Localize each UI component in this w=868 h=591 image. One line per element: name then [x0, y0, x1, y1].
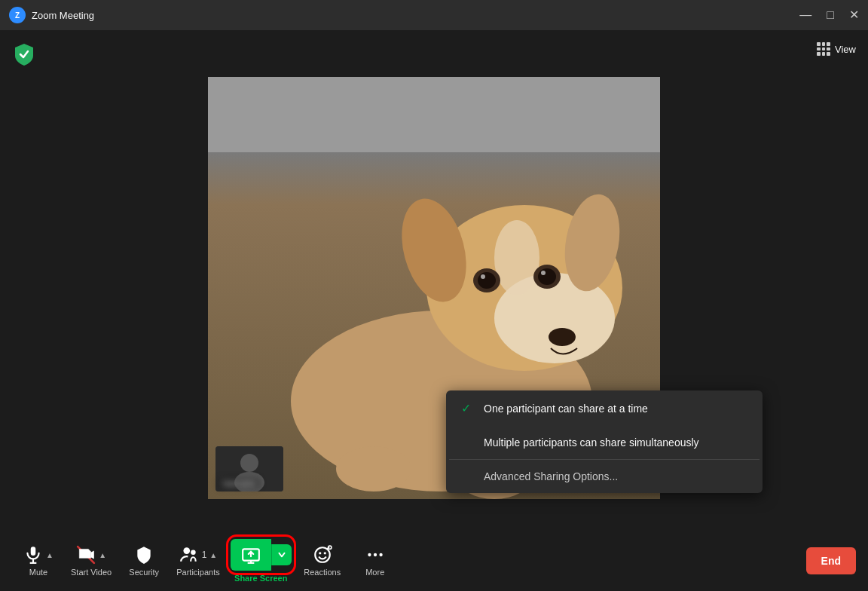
- svg-point-36: [379, 553, 382, 556]
- svg-point-25: [183, 547, 190, 554]
- window-controls: — □ ✕: [799, 9, 859, 21]
- zoom-logo-letter: Z: [15, 11, 20, 20]
- thumbnail-participant-name: Username: [219, 479, 259, 488]
- check-icon: ✓: [461, 401, 476, 415]
- one-participant-label: One participant can share at a time: [484, 403, 648, 415]
- one-participant-option[interactable]: ✓ One participant can share at a time: [446, 390, 763, 426]
- svg-point-31: [319, 552, 321, 554]
- reactions-button[interactable]: Reactions: [296, 534, 349, 587]
- reactions-label: Reactions: [304, 568, 341, 577]
- participants-label: Participants: [176, 568, 219, 577]
- minimize-button[interactable]: —: [799, 9, 811, 21]
- svg-point-34: [368, 553, 371, 556]
- grid-icon: [817, 42, 830, 56]
- svg-point-33: [328, 546, 331, 549]
- more-dots-icon: [365, 545, 385, 565]
- svg-point-6: [494, 220, 539, 296]
- video-off-icon: [76, 545, 96, 565]
- microphone-icon: [23, 545, 43, 565]
- security-label: Security: [129, 568, 159, 577]
- share-screen-main[interactable]: [231, 539, 271, 571]
- svg-rect-0: [208, 77, 660, 152]
- multiple-participants-option[interactable]: Multiple participants can share simultan…: [446, 426, 763, 459]
- mute-icon-area: ▲: [23, 545, 53, 565]
- video-caret[interactable]: ▲: [99, 551, 106, 559]
- zoom-logo: Z: [9, 7, 26, 23]
- share-context-menu: ✓ One participant can share at a time Mu…: [446, 390, 763, 493]
- advanced-sharing-option[interactable]: Advanced Sharing Options...: [446, 460, 763, 493]
- end-button[interactable]: End: [806, 547, 856, 574]
- share-caret-icon: [277, 550, 286, 559]
- main-area: View: [0, 30, 868, 561]
- share-screen-icon: [241, 545, 261, 565]
- share-screen-caret[interactable]: [271, 544, 292, 565]
- svg-point-15: [549, 328, 576, 346]
- share-screen-label: Share Screen: [234, 574, 287, 583]
- view-label: View: [835, 44, 856, 55]
- svg-point-14: [541, 271, 546, 275]
- participants-caret[interactable]: ▲: [209, 551, 217, 559]
- maximize-button[interactable]: □: [827, 9, 834, 21]
- svg-point-19: [240, 454, 258, 472]
- start-video-label: Start Video: [71, 568, 112, 577]
- svg-point-11: [481, 274, 485, 279]
- svg-point-30: [315, 547, 330, 562]
- security-shield-icon: [134, 545, 154, 565]
- view-button[interactable]: View: [817, 42, 856, 56]
- shield-badge: [12, 42, 36, 66]
- reactions-emoji-icon: [313, 545, 332, 565]
- security-button[interactable]: Security: [118, 534, 170, 587]
- svg-point-10: [478, 272, 496, 289]
- svg-point-16: [336, 446, 411, 491]
- toolbar: ▲ Mute ▲ Start Video Security: [0, 531, 868, 591]
- share-screen-button-group[interactable]: Share Screen: [226, 534, 296, 587]
- advanced-sharing-label: Advanced Sharing Options...: [484, 470, 618, 482]
- more-icon-area: [365, 545, 385, 565]
- participants-icon: [179, 545, 199, 565]
- shield-icon: [12, 42, 36, 66]
- svg-point-35: [374, 553, 377, 556]
- video-icon-area: ▲: [76, 545, 106, 565]
- share-screen-inner: [231, 539, 292, 571]
- multiple-participants-label: Multiple participants can share simultan…: [484, 436, 699, 449]
- more-label: More: [365, 568, 384, 577]
- start-video-button[interactable]: ▲ Start Video: [65, 534, 118, 587]
- close-button[interactable]: ✕: [849, 9, 859, 21]
- mute-label: Mute: [29, 568, 47, 577]
- mute-button[interactable]: ▲ Mute: [12, 534, 65, 587]
- app-title: Zoom Meeting: [32, 10, 799, 21]
- reactions-icon-area: [313, 545, 332, 565]
- participants-icon-area: 1 ▲: [179, 545, 218, 565]
- svg-point-13: [538, 268, 556, 285]
- security-icon-area: [134, 545, 154, 565]
- participants-count: 1: [202, 550, 207, 560]
- more-button[interactable]: More: [349, 534, 402, 587]
- svg-rect-21: [31, 547, 36, 556]
- mute-caret[interactable]: ▲: [46, 551, 53, 559]
- svg-point-32: [323, 552, 326, 554]
- svg-point-26: [191, 550, 195, 556]
- participants-button[interactable]: 1 ▲ Participants: [170, 534, 225, 587]
- title-bar: Z Zoom Meeting — □ ✕: [0, 0, 868, 30]
